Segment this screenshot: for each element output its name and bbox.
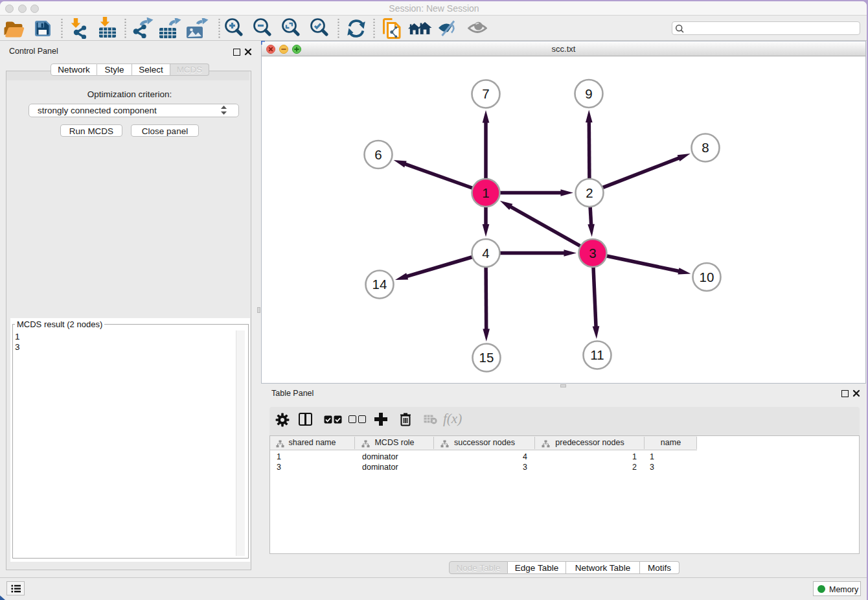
svg-text:3: 3 (589, 246, 596, 260)
svg-text:2: 2 (586, 185, 593, 200)
svg-text:4: 4 (482, 246, 489, 260)
svg-text:10: 10 (700, 270, 714, 284)
svg-text:6: 6 (374, 147, 382, 162)
svg-text:1: 1 (482, 185, 489, 200)
svg-text:15: 15 (479, 350, 494, 365)
svg-text:8: 8 (702, 140, 709, 155)
svg-text:11: 11 (590, 347, 604, 362)
svg-text:7: 7 (482, 86, 489, 101)
svg-text:9: 9 (585, 86, 592, 101)
svg-text:14: 14 (372, 277, 387, 292)
